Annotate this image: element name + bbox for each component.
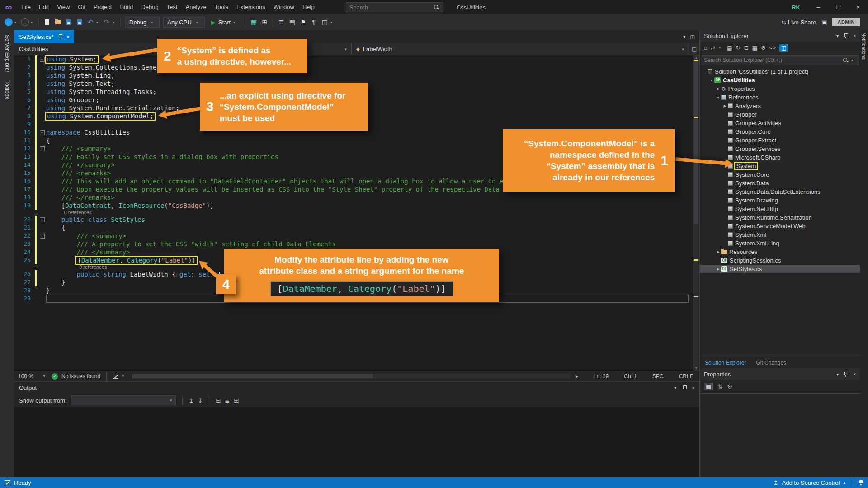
forward-caret-icon[interactable]: ▾ — [31, 20, 35, 24]
solution-configuration-select[interactable]: Debug▾ — [125, 17, 160, 28]
tree-item-system-xml-linq[interactable]: System.Xml.Linq — [700, 239, 860, 248]
tree-item-setstyles-cs[interactable]: ▶C#SetStyles.cs — [700, 265, 860, 273]
minimize-button[interactable]: – — [808, 0, 828, 14]
fold-collapse-icon[interactable]: − — [38, 55, 46, 63]
fold-collapse-icon[interactable]: − — [38, 128, 46, 136]
menu-debug[interactable]: Debug — [137, 0, 162, 14]
pin-icon[interactable] — [844, 371, 848, 377]
fold-collapse-icon[interactable]: − — [38, 216, 46, 224]
tab-solution-explorer[interactable]: Solution Explorer — [700, 357, 751, 368]
document-health-icon[interactable] — [113, 374, 118, 379]
start-debugging-button[interactable]: ▶Start▾ — [207, 17, 242, 28]
zoom-select[interactable]: 100 %▾ — [18, 373, 48, 380]
collapse-arrow-icon[interactable]: ▾ — [715, 95, 721, 99]
close-icon[interactable]: × — [853, 372, 856, 377]
code-line-18[interactable]: 18 /// </remarks> — [14, 193, 693, 202]
show-all-files-icon[interactable]: ▦ — [752, 45, 757, 51]
code-line-1[interactable]: 1−using System; — [14, 55, 693, 63]
properties-content[interactable] — [700, 394, 860, 477]
code-line-4[interactable]: 4using System.Text; — [14, 80, 693, 88]
scroll-right-icon[interactable]: ▸ — [576, 373, 578, 380]
categorized-icon[interactable]: ▦ — [704, 383, 713, 390]
code-line-25[interactable]: 25 [DataMember, Category("Label")] — [14, 256, 693, 264]
code-line-8[interactable]: 8using System.ComponentModel; — [14, 112, 693, 120]
back-caret-icon[interactable]: ▾ — [14, 20, 19, 24]
code-line-22[interactable]: 22− /// <summary> — [14, 232, 693, 240]
code-line-19[interactable]: 19 [DataContract, IconResource("CssBadge… — [14, 202, 693, 210]
pin-icon[interactable] — [682, 385, 687, 390]
code-line-3[interactable]: 3using System.Linq; — [14, 71, 693, 80]
redo-caret-icon[interactable]: ▾ — [113, 20, 117, 24]
server-explorer-tab[interactable]: Server Explorer — [4, 31, 10, 76]
code-line-15[interactable]: 15 /// <remarks> — [14, 169, 693, 177]
active-files-chevron-icon[interactable]: ▾ — [683, 34, 686, 40]
menu-git[interactable]: Git — [74, 0, 90, 14]
tree-item-system-core[interactable]: System.Core — [700, 170, 860, 179]
tree-item-system-xml[interactable]: System.Xml — [700, 230, 860, 239]
code-line-26[interactable]: 26 public string LabelWidth { get; set; … — [14, 270, 693, 278]
code-line-17[interactable]: 17 /// Upon execute the property values … — [14, 185, 693, 193]
pin-tab-icon[interactable] — [58, 34, 62, 39]
undo-button[interactable]: ↶ — [85, 17, 95, 28]
expand-arrow-icon[interactable]: ▶ — [715, 87, 721, 91]
project-dropdown[interactable]: CssUtilities ▾ — [14, 43, 351, 55]
switch-views-icon[interactable]: ⇄ — [711, 45, 715, 51]
code-line-24[interactable]: 24 /// </summary> — [14, 248, 693, 256]
code-line-9[interactable]: 9 — [14, 120, 693, 128]
close-icon[interactable]: × — [692, 385, 695, 390]
code-line-10[interactable]: 10−namespace CssUtilities — [14, 128, 693, 136]
menu-help[interactable]: Help — [298, 0, 319, 14]
code-line-5[interactable]: 5using System.Threading.Tasks; — [14, 88, 693, 96]
scroll-down-icon[interactable]: ▾ — [693, 366, 699, 370]
alphabetical-icon[interactable]: ⇅ — [717, 383, 722, 390]
tree-item-grooper-extract[interactable]: Grooper.Extract — [700, 136, 860, 145]
code-line-28[interactable]: 28} — [14, 286, 693, 295]
code-lines[interactable]: 1−using System;2using System.Collections… — [14, 55, 693, 371]
notifications-tab[interactable]: Notifications — [861, 30, 867, 64]
redo-button[interactable]: ↷ — [102, 17, 112, 28]
tree-item-grooper-core[interactable]: Grooper.Core — [700, 127, 860, 136]
tree-item-solution-cssutilities-1-of-1-project-[interactable]: Solution 'CssUtilities' (1 of 1 project) — [700, 67, 860, 76]
notifications-bell-icon[interactable] — [859, 480, 863, 485]
fold-collapse-icon[interactable]: − — [38, 145, 46, 153]
add-to-source-control-button[interactable]: Add to Source Control — [782, 479, 840, 486]
chevron-down-icon[interactable]: ▾ — [122, 374, 127, 378]
menu-project[interactable]: Project — [90, 0, 116, 14]
clear-all-icon[interactable]: ⊟ — [216, 397, 221, 404]
chevron-down-icon[interactable]: ▾ — [674, 385, 677, 391]
account-avatar[interactable]: RK — [783, 4, 808, 11]
output-source-select[interactable]: ▾ — [71, 395, 176, 405]
tree-item-system-runtime-serialization[interactable]: System.Runtime.Serialization — [700, 213, 860, 222]
global-search-input[interactable]: Search — [346, 2, 443, 12]
member-dropdown[interactable]: ◆ LabelWidth ▾ — [352, 43, 689, 55]
menu-test[interactable]: Test — [163, 0, 182, 14]
code-line-21[interactable]: 21 { — [14, 224, 693, 232]
code-line-6[interactable]: 6using Grooper; — [14, 96, 693, 104]
menu-window[interactable]: Window — [269, 0, 298, 14]
navigate-forward-button[interactable]: → — [20, 17, 30, 28]
toolbar-overflow-icon[interactable]: ▾ — [330, 20, 335, 24]
save-button[interactable] — [64, 17, 74, 28]
chevron-down-icon[interactable]: ▾ — [836, 33, 839, 38]
collapse-all-icon[interactable]: ⊟ — [744, 45, 749, 51]
toggle-output-icon[interactable]: ⊞ — [234, 397, 239, 404]
navigate-back-button[interactable]: ← — [4, 17, 14, 28]
uncomment-icon[interactable]: ◫ — [320, 17, 330, 28]
code-line-12[interactable]: 12− /// <summary> — [14, 145, 693, 153]
box-selection-icon[interactable]: ⊞ — [259, 17, 269, 28]
code-line-13[interactable]: 13 /// Easily set CSS styles in a dialog… — [14, 153, 693, 161]
code-line-14[interactable]: 14 /// </summary> — [14, 161, 693, 169]
tree-item-cssutilities[interactable]: ▾C#CssUtilities — [700, 76, 860, 84]
tree-item-system-data[interactable]: System.Data — [700, 179, 860, 188]
open-file-button[interactable] — [53, 17, 63, 28]
tab-git-changes[interactable]: Git Changes — [751, 357, 791, 368]
visual-studio-logo-icon[interactable]: ∞ — [0, 0, 17, 14]
close-icon[interactable]: × — [853, 33, 856, 38]
tree-item-grooper-activities[interactable]: Grooper.Activities — [700, 119, 860, 127]
expand-arrow-icon[interactable]: ▶ — [715, 250, 721, 254]
horizontal-scrollbar[interactable] — [132, 374, 570, 379]
preview-selected-items-icon[interactable]: ◫ — [779, 44, 788, 52]
code-editor[interactable]: 1−using System;2using System.Collections… — [14, 55, 699, 371]
tree-item-grooper[interactable]: Grooper — [700, 110, 860, 119]
tree-item-resources[interactable]: ▶Resources — [700, 248, 860, 256]
